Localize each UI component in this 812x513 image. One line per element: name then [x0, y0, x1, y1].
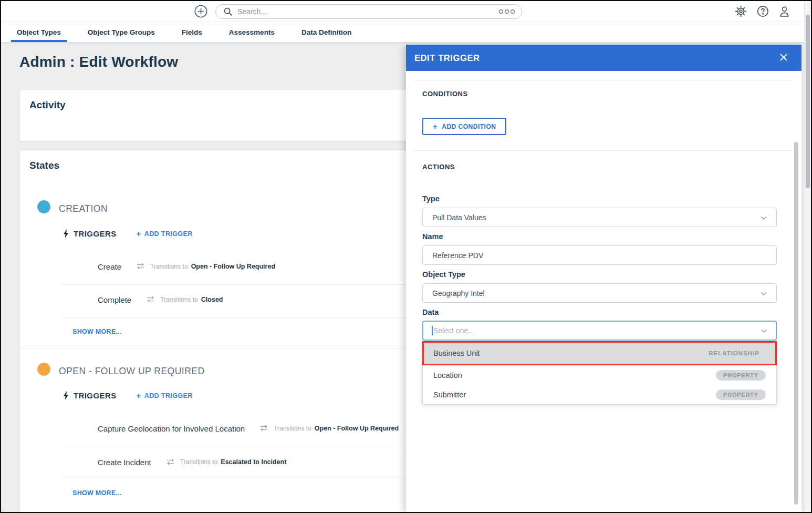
transition-target: Open - Follow Up Required [191, 263, 275, 270]
type-select[interactable]: Pull Data Values [422, 208, 777, 227]
tab-object-types[interactable]: Object Types [17, 22, 61, 42]
tab-assessments[interactable]: Assessments [229, 22, 275, 42]
triggers-label: TRIGGERS [74, 229, 117, 238]
object-type-label: Object Type [422, 270, 465, 279]
create-button[interactable] [193, 4, 208, 19]
plus-icon: + [137, 391, 141, 400]
chevron-down-icon [761, 289, 767, 298]
lightning-bolt-icon [63, 391, 69, 400]
help-button[interactable] [756, 5, 769, 19]
transitions-to-label: Transitions to [150, 263, 188, 270]
transition-target: Escalated to Incident [221, 458, 286, 466]
option-location[interactable]: Location PROPERTY [423, 365, 776, 385]
search-input[interactable] [237, 7, 498, 16]
more-options-icon[interactable] [498, 9, 515, 14]
transitions-to-label: Transitions to [160, 296, 198, 303]
plus-circle-icon [194, 12, 208, 20]
divider [414, 150, 793, 151]
transitions-to-label: Transitions to [180, 458, 218, 466]
badge-property: PROPERTY [716, 370, 766, 381]
transitions-to-label: Transitions to [274, 425, 311, 432]
trigger-row[interactable]: Create Incident Transitions to Escalated… [98, 455, 286, 469]
gear-icon [734, 12, 747, 19]
panel-title: EDIT TRIGGER [414, 53, 480, 63]
state-dot-open-follow-up [37, 363, 50, 376]
tab-object-type-groups[interactable]: Object Type Groups [88, 22, 155, 42]
add-condition-button[interactable]: + ADD CONDITION [422, 118, 506, 135]
tab-data-definition[interactable]: Data Definition [301, 22, 351, 42]
triggers-header: TRIGGERS + ADD TRIGGER [63, 391, 193, 400]
search-icon [223, 7, 233, 16]
triggers-header: TRIGGERS + ADD TRIGGER [63, 229, 193, 238]
transition-arrows-icon [259, 424, 268, 434]
plus-icon: + [137, 229, 141, 238]
transition-arrows-icon [166, 458, 175, 467]
data-combobox[interactable]: Select one... [422, 321, 777, 341]
trigger-row[interactable]: Complete Transitions to Closed [98, 292, 223, 307]
close-icon [779, 55, 788, 63]
user-account-button[interactable] [778, 5, 791, 19]
edit-trigger-panel: EDIT TRIGGER CONDITIONS + ADD CONDITION … [406, 45, 801, 512]
transition-arrows-icon [136, 262, 145, 272]
name-input[interactable] [432, 251, 767, 260]
transition-target: Closed [201, 296, 223, 303]
chevron-down-icon [761, 326, 767, 335]
trigger-row[interactable]: Capture Geolocation for Involved Locatio… [98, 421, 399, 436]
state-name-creation: CREATION [59, 203, 108, 214]
window-scrollbar-thumb[interactable] [806, 15, 810, 188]
window-scrollbar-track [804, 1, 811, 512]
add-trigger-button[interactable]: + ADD TRIGGER [137, 229, 193, 238]
state-dot-creation [37, 200, 50, 213]
activity-title: Activity [29, 99, 66, 111]
transition-arrows-icon [146, 295, 155, 305]
data-label: Data [422, 308, 439, 316]
add-trigger-button[interactable]: + ADD TRIGGER [137, 391, 193, 400]
actions-heading: ACTIONS [422, 163, 455, 171]
page-title: Admin : Edit Workflow [19, 54, 178, 70]
settings-button[interactable] [734, 5, 747, 19]
top-bar [1, 1, 811, 22]
type-label: Type [422, 194, 440, 203]
triggers-label: TRIGGERS [74, 391, 117, 400]
plus-icon: + [433, 122, 438, 131]
show-more-link[interactable]: SHOW MORE... [72, 328, 122, 335]
user-icon [778, 12, 791, 19]
close-button[interactable] [777, 51, 790, 65]
conditions-heading: CONDITIONS [422, 90, 468, 98]
tab-fields[interactable]: Fields [182, 22, 202, 42]
show-more-link[interactable]: SHOW MORE... [72, 489, 122, 497]
object-type-select[interactable]: Geography Intel [422, 283, 777, 303]
admin-nav-tabs: Object Types Object Type Groups Fields A… [1, 22, 811, 43]
lightning-bolt-icon [63, 229, 69, 238]
option-business-unit[interactable]: Business Unit RELATIONSHIP [422, 341, 777, 365]
chevron-down-icon [761, 213, 767, 222]
trigger-row[interactable]: Create Transitions to Open - Follow Up R… [98, 259, 275, 274]
panel-header: EDIT TRIGGER [406, 45, 801, 71]
help-icon [756, 12, 769, 19]
states-title: States [29, 160, 59, 171]
panel-scrollbar-thumb[interactable] [794, 142, 798, 505]
badge-property: PROPERTY [716, 389, 766, 400]
transition-target: Open - Follow Up Required [315, 425, 399, 432]
divider [414, 80, 793, 80]
badge-relationship: RELATIONSHIP [709, 350, 759, 356]
data-dropdown-list: Business Unit RELATIONSHIP Location PROP… [422, 341, 777, 405]
search-bar[interactable] [215, 4, 522, 19]
text-caret [432, 326, 433, 335]
app-window: Object Types Object Type Groups Fields A… [0, 0, 812, 513]
option-submitter[interactable]: Submitter PROPERTY [423, 385, 776, 404]
name-field-wrapper [422, 245, 777, 265]
name-label: Name [422, 232, 443, 241]
state-name-open-follow-up: OPEN - FOLLOW UP REQUIRED [59, 366, 205, 377]
